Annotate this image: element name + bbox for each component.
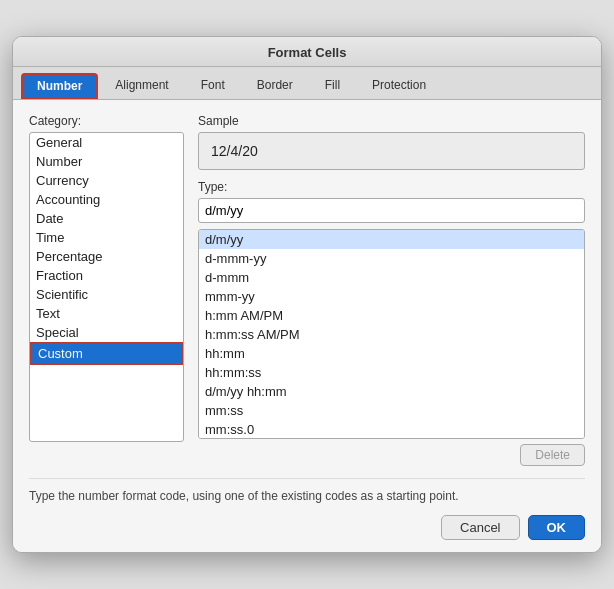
type-item[interactable]: hh:mm:ss xyxy=(199,363,584,382)
type-item[interactable]: d-mmm-yy xyxy=(199,249,584,268)
cancel-button[interactable]: Cancel xyxy=(441,515,519,540)
type-label: Type: xyxy=(198,180,585,194)
type-item[interactable]: d/m/yy xyxy=(199,230,584,249)
category-item[interactable]: Accounting xyxy=(30,190,183,209)
dialog-content: Category: GeneralNumberCurrencyAccountin… xyxy=(13,100,601,552)
button-row: Cancel OK xyxy=(29,515,585,540)
sample-label: Sample xyxy=(198,114,585,128)
hint-area: Type the number format code, using one o… xyxy=(29,478,585,540)
tab-protection[interactable]: Protection xyxy=(357,73,441,99)
tab-fill[interactable]: Fill xyxy=(310,73,355,99)
main-columns: Category: GeneralNumberCurrencyAccountin… xyxy=(29,114,585,466)
type-item[interactable]: d/m/yy hh:mm xyxy=(199,382,584,401)
right-column: Sample 12/4/20 Type: d/m/yyd-mmm-yyd-mmm… xyxy=(198,114,585,466)
type-item[interactable]: d-mmm xyxy=(199,268,584,287)
type-list[interactable]: d/m/yyd-mmm-yyd-mmmmmm-yyh:mm AM/PMh:mm:… xyxy=(198,229,585,439)
type-item[interactable]: mm:ss.0 xyxy=(199,420,584,439)
category-item[interactable]: Number xyxy=(30,152,183,171)
category-label: Category: xyxy=(29,114,184,128)
category-item[interactable]: Text xyxy=(30,304,183,323)
category-item[interactable]: Scientific xyxy=(30,285,183,304)
category-item[interactable]: Custom xyxy=(30,342,183,365)
type-item[interactable]: hh:mm xyxy=(199,344,584,363)
dialog-title-bar: Format Cells xyxy=(13,37,601,67)
format-cells-dialog: Format Cells NumberAlignmentFontBorderFi… xyxy=(12,36,602,553)
category-item[interactable]: Percentage xyxy=(30,247,183,266)
tab-alignment[interactable]: Alignment xyxy=(100,73,183,99)
category-list[interactable]: GeneralNumberCurrencyAccountingDateTimeP… xyxy=(29,132,184,442)
category-item[interactable]: Time xyxy=(30,228,183,247)
type-input[interactable] xyxy=(198,198,585,223)
type-item[interactable]: h:mm:ss AM/PM xyxy=(199,325,584,344)
delete-button[interactable]: Delete xyxy=(520,444,585,466)
hint-text: Type the number format code, using one o… xyxy=(29,489,585,503)
tab-font[interactable]: Font xyxy=(186,73,240,99)
category-item[interactable]: Special xyxy=(30,323,183,342)
category-item[interactable]: Currency xyxy=(30,171,183,190)
type-item[interactable]: mmm-yy xyxy=(199,287,584,306)
type-item[interactable]: mm:ss xyxy=(199,401,584,420)
category-item[interactable]: General xyxy=(30,133,183,152)
category-item[interactable]: Date xyxy=(30,209,183,228)
tab-border[interactable]: Border xyxy=(242,73,308,99)
dialog-title: Format Cells xyxy=(268,45,347,60)
tab-bar: NumberAlignmentFontBorderFillProtection xyxy=(13,67,601,100)
left-column: Category: GeneralNumberCurrencyAccountin… xyxy=(29,114,184,466)
ok-button[interactable]: OK xyxy=(528,515,586,540)
delete-row: Delete xyxy=(198,444,585,466)
type-item[interactable]: h:mm AM/PM xyxy=(199,306,584,325)
tab-number[interactable]: Number xyxy=(21,73,98,99)
sample-value: 12/4/20 xyxy=(198,132,585,170)
category-item[interactable]: Fraction xyxy=(30,266,183,285)
